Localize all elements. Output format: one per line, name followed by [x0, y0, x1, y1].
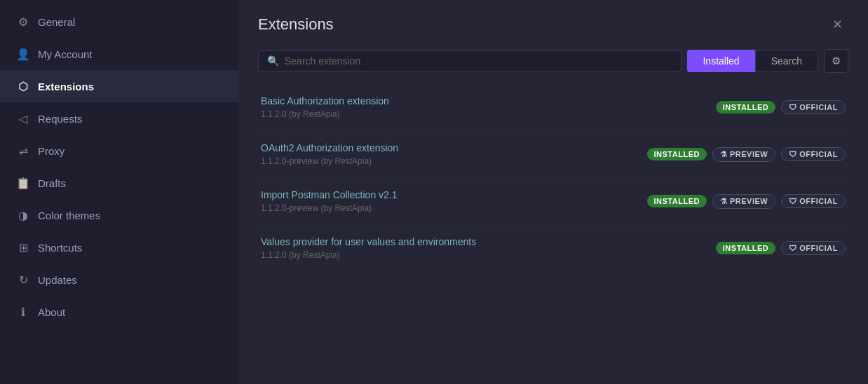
sidebar-item-label-extensions: Extensions [38, 81, 94, 92]
sidebar-item-label-drafts: Drafts [38, 177, 66, 189]
sidebar-item-label-requests: Requests [38, 113, 82, 125]
sidebar-item-general[interactable]: ⚙General [0, 6, 238, 38]
extension-info: Basic Authorization extension1.1.2.0 (by… [261, 95, 389, 119]
sidebar-item-requests[interactable]: ◁Requests [0, 102, 238, 135]
extension-info: Import Postman Collection v2.11.1.2.0-pr… [261, 189, 398, 213]
drafts-icon: 📋 [17, 177, 29, 189]
extensions-icon: ⬡ [17, 80, 29, 92]
extension-badges: INSTALLED🛡 OFFICIAL [716, 241, 846, 255]
badge-installed: INSTALLED [647, 195, 707, 207]
color-themes-icon: ◑ [17, 209, 29, 221]
tab-group: Installed Search [687, 50, 818, 72]
sidebar-item-updates[interactable]: ↻Updates [0, 263, 238, 296]
extension-name: Values provider for user values and envi… [261, 236, 476, 247]
toolbar: 🔍 Installed Search ⚙ [258, 49, 848, 73]
tab-search[interactable]: Search [755, 50, 818, 72]
search-wrapper: 🔍 [258, 50, 681, 71]
badge-official: 🛡 OFFICIAL [781, 241, 846, 255]
extension-item-import-postman[interactable]: Import Postman Collection v2.11.1.2.0-pr… [258, 178, 848, 225]
extension-info: Values provider for user values and envi… [261, 236, 476, 260]
badge-preview: ⚗ PREVIEW [712, 194, 775, 209]
badge-preview: ⚗ PREVIEW [712, 147, 775, 162]
badge-installed: INSTALLED [716, 101, 775, 114]
badge-installed: INSTALLED [716, 242, 775, 254]
extension-version: 1.1.2.0 (by RestApia) [261, 109, 389, 119]
sidebar-item-label-about: About [38, 306, 65, 318]
sidebar-item-label-shortcuts: Shortcuts [38, 242, 82, 254]
extension-version: 1.1.2.0-preview (by RestApia) [261, 156, 398, 166]
extension-badges: INSTALLED🛡 OFFICIAL [716, 100, 846, 114]
tab-installed[interactable]: Installed [687, 50, 754, 72]
sidebar-item-label-proxy: Proxy [38, 145, 65, 157]
general-icon: ⚙ [17, 15, 29, 28]
extension-name: Basic Authorization extension [261, 95, 389, 107]
close-button[interactable]: ✕ [827, 14, 848, 35]
updates-icon: ↻ [17, 273, 29, 286]
settings-icon-button[interactable]: ⚙ [824, 49, 848, 73]
sidebar-item-about[interactable]: ℹAbout [0, 296, 238, 328]
header: Extensions ✕ [258, 14, 848, 35]
sidebar-item-label-my-account: My Account [38, 48, 93, 60]
badge-official: 🛡 OFFICIAL [781, 100, 846, 114]
badge-official: 🛡 OFFICIAL [781, 194, 846, 208]
page-title: Extensions [258, 15, 334, 34]
extensions-list: Basic Authorization extension1.1.2.0 (by… [258, 84, 848, 271]
extension-version: 1.1.2.0-preview (by RestApia) [261, 203, 398, 213]
sidebar-item-label-updates: Updates [38, 274, 77, 286]
sidebar-item-shortcuts[interactable]: ⊞Shortcuts [0, 231, 238, 263]
search-input[interactable] [285, 55, 672, 67]
sidebar-item-my-account[interactable]: 👤My Account [0, 38, 238, 70]
badge-installed: INSTALLED [647, 148, 707, 160]
badge-official: 🛡 OFFICIAL [781, 147, 846, 161]
proxy-icon: ⇌ [17, 144, 29, 157]
sidebar: ⚙General👤My Account⬡Extensions◁Requests⇌… [0, 0, 238, 384]
extension-item-values-provider[interactable]: Values provider for user values and envi… [258, 225, 848, 271]
search-icon: 🔍 [267, 55, 279, 67]
extension-item-basic-auth[interactable]: Basic Authorization extension1.1.2.0 (by… [258, 84, 848, 131]
sidebar-item-proxy[interactable]: ⇌Proxy [0, 135, 238, 167]
sidebar-item-label-general: General [38, 16, 75, 28]
extension-badges: INSTALLED⚗ PREVIEW🛡 OFFICIAL [647, 147, 846, 162]
sidebar-item-drafts[interactable]: 📋Drafts [0, 167, 238, 199]
main-panel: Extensions ✕ 🔍 Installed Search ⚙ Basic … [238, 0, 868, 384]
sidebar-item-label-color-themes: Color themes [38, 210, 100, 221]
extension-info: OAuth2 Authorization extension1.1.2.0-pr… [261, 142, 398, 166]
extension-badges: INSTALLED⚗ PREVIEW🛡 OFFICIAL [647, 194, 846, 209]
shortcuts-icon: ⊞ [17, 241, 29, 254]
my-account-icon: 👤 [17, 48, 29, 60]
about-icon: ℹ [17, 306, 29, 318]
requests-icon: ◁ [17, 112, 29, 125]
extension-name: Import Postman Collection v2.1 [261, 189, 398, 200]
sidebar-item-color-themes[interactable]: ◑Color themes [0, 199, 238, 231]
extension-name: OAuth2 Authorization extension [261, 142, 398, 153]
extension-item-oauth2[interactable]: OAuth2 Authorization extension1.1.2.0-pr… [258, 131, 848, 178]
extension-version: 1.1.2.0 (by RestApia) [261, 250, 476, 260]
sidebar-item-extensions[interactable]: ⬡Extensions [0, 70, 238, 102]
